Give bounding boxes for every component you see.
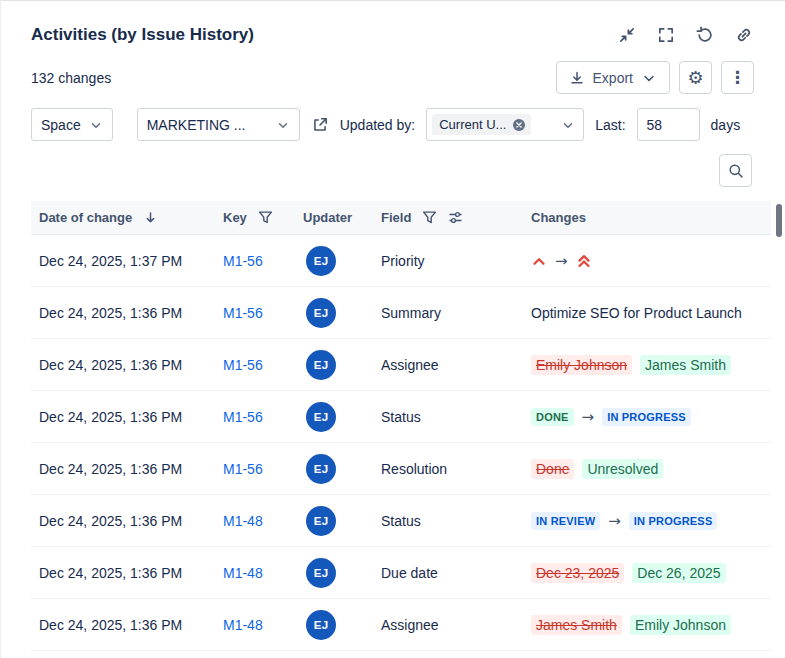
updater-cell: EJ	[295, 558, 373, 588]
col-updater-label: Updater	[303, 210, 352, 225]
date-cell: Dec 24, 2025, 1:36 PM	[31, 617, 215, 633]
toolbar: 132 changes Export ⚙ ⋮	[1, 45, 785, 94]
field-cell: Resolution	[373, 461, 523, 477]
date-value: Dec 24, 2025, 1:36 PM	[39, 409, 182, 425]
old-value: Done	[531, 459, 574, 479]
avatar: EJ	[306, 246, 336, 276]
col-date: Date of change	[31, 210, 215, 225]
minimize-icon[interactable]	[618, 26, 636, 44]
date-value: Dec 24, 2025, 1:36 PM	[39, 305, 182, 321]
table-row: Dec 24, 2025, 1:36 PM M1-48 EJ Assignee …	[31, 599, 771, 651]
updater-cell: EJ	[295, 298, 373, 328]
updater-cell: EJ	[295, 246, 373, 276]
scrollbar-thumb[interactable]	[776, 204, 782, 237]
field-value: Due date	[381, 565, 438, 581]
date-cell: Dec 24, 2025, 1:36 PM	[31, 565, 215, 581]
table-row: Dec 24, 2025, 1:36 PM M1-48 EJ Status IN…	[31, 495, 771, 547]
activities-table: Date of change Key Updater Field	[31, 201, 771, 651]
date-value: Dec 24, 2025, 1:37 PM	[39, 253, 182, 269]
col-field: Field	[373, 210, 523, 225]
avatar-initials: EJ	[314, 463, 329, 475]
issue-key-link[interactable]: M1-48	[223, 617, 263, 633]
field-value: Resolution	[381, 461, 447, 477]
issue-key-link[interactable]: M1-48	[223, 565, 263, 581]
avatar: EJ	[306, 402, 336, 432]
open-in-new-icon[interactable]	[311, 116, 329, 134]
key-cell: M1-48	[215, 617, 295, 633]
col-key-label: Key	[223, 210, 247, 225]
issue-key-link[interactable]: M1-56	[223, 357, 263, 373]
search-button[interactable]	[719, 154, 752, 187]
export-button[interactable]: Export	[556, 61, 670, 94]
field-value: Priority	[381, 253, 425, 269]
col-changes: Changes	[523, 210, 771, 225]
changes-count: 132 changes	[31, 70, 111, 86]
field-value: Summary	[381, 305, 441, 321]
date-value: Dec 24, 2025, 1:36 PM	[39, 617, 182, 633]
table-row: Dec 24, 2025, 1:36 PM M1-48 EJ Due date …	[31, 547, 771, 599]
changes-cell: Emily Johnson James Smith	[523, 355, 771, 375]
space-select[interactable]: Space	[31, 108, 113, 141]
field-value: Assignee	[381, 617, 439, 633]
old-value: James Smith	[531, 615, 622, 635]
status-lozenge-new: IN PROGRESS	[629, 512, 718, 530]
updater-cell: EJ	[295, 506, 373, 536]
updated-by-select[interactable]: Current U...	[426, 108, 584, 141]
remove-user-icon[interactable]	[512, 118, 526, 132]
field-cell: Assignee	[373, 357, 523, 373]
kebab-icon: ⋮	[729, 69, 746, 86]
table-header: Date of change Key Updater Field	[31, 201, 771, 235]
settings-button[interactable]: ⚙	[679, 61, 712, 94]
issue-key-link[interactable]: M1-56	[223, 253, 263, 269]
field-cell: Priority	[373, 253, 523, 269]
updater-cell: EJ	[295, 350, 373, 380]
changes-cell: →	[523, 252, 771, 270]
more-menu-button[interactable]: ⋮	[721, 61, 754, 94]
col-date-label: Date of change	[39, 210, 132, 225]
issue-key-link[interactable]: M1-56	[223, 305, 263, 321]
date-cell: Dec 24, 2025, 1:36 PM	[31, 305, 215, 321]
issue-key-link[interactable]: M1-48	[223, 513, 263, 529]
refresh-icon[interactable]	[696, 26, 714, 44]
link-icon[interactable]	[735, 26, 753, 44]
expand-icon[interactable]	[657, 26, 675, 44]
field-value: Assignee	[381, 357, 439, 373]
search-row	[1, 141, 785, 187]
avatar-initials: EJ	[314, 619, 329, 631]
key-cell: M1-56	[215, 253, 295, 269]
issue-key-link[interactable]: M1-56	[223, 461, 263, 477]
last-label: Last:	[595, 117, 625, 133]
col-updater: Updater	[295, 210, 373, 225]
chevron-down-icon	[641, 70, 657, 86]
avatar: EJ	[306, 558, 336, 588]
last-days-input[interactable]	[637, 108, 700, 141]
changes-cell: Optimize SEO for Product Launch	[523, 305, 771, 321]
issue-key-link[interactable]: M1-56	[223, 409, 263, 425]
field-settings-icon[interactable]	[448, 210, 463, 225]
field-cell: Status	[373, 409, 523, 425]
avatar-initials: EJ	[314, 515, 329, 527]
col-key: Key	[215, 210, 295, 225]
changes-cell: DONE → IN PROGRESS	[523, 408, 771, 426]
project-select[interactable]: MARKETING ...	[137, 108, 300, 141]
sort-desc-icon[interactable]	[143, 210, 158, 225]
field-cell: Due date	[373, 565, 523, 581]
activities-gadget: Activities (by Issue History) 132 change…	[0, 0, 785, 658]
gear-icon: ⚙	[687, 69, 703, 87]
avatar: EJ	[306, 298, 336, 328]
old-value: Dec 23, 2025	[531, 563, 624, 583]
key-cell: M1-48	[215, 565, 295, 581]
filter-icon[interactable]	[258, 210, 273, 225]
days-label: days	[711, 117, 741, 133]
updater-cell: EJ	[295, 610, 373, 640]
new-value: Emily Johnson	[630, 615, 731, 635]
key-cell: M1-48	[215, 513, 295, 529]
field-value: Status	[381, 409, 421, 425]
date-cell: Dec 24, 2025, 1:36 PM	[31, 461, 215, 477]
toolbar-actions: Export ⚙ ⋮	[556, 61, 754, 94]
changes-cell: Done Unresolved	[523, 459, 771, 479]
filter-icon[interactable]	[422, 210, 437, 225]
changes-cell: IN REVIEW → IN PROGRESS	[523, 512, 771, 530]
status-lozenge-old: IN REVIEW	[531, 512, 600, 530]
gadget-header: Activities (by Issue History)	[1, 1, 785, 45]
